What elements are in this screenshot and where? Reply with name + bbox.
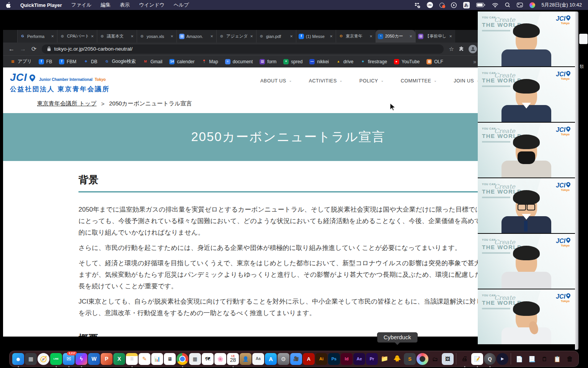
back-button[interactable]: ← (8, 46, 15, 52)
video-tile-man-black-mask[interactable]: YOU CANCreateTHE WORLDJCITokyo (478, 123, 575, 178)
tab-close-icon[interactable]: ✕ (209, 34, 214, 39)
bookmark-item[interactable]: ★firestrage (357, 58, 390, 66)
tab-close-icon[interactable]: ✕ (289, 34, 294, 39)
dock-icon-indesign[interactable]: Id (341, 353, 353, 365)
ime-badge[interactable]: あ (463, 2, 470, 8)
browser-tab[interactable]: O東京青年✕ (336, 30, 376, 43)
video-tile-man-white-shirt-hand-on-chin[interactable]: YOU CANCreateTHE WORLDJCITokyo (478, 289, 575, 345)
tab-close-icon[interactable]: ✕ (329, 34, 333, 39)
browser-tab[interactable]: ◍議案本文✕ (97, 30, 137, 43)
bookmark-item[interactable]: +spred (280, 58, 305, 66)
dock-icon-printer[interactable]: 🖨 (459, 353, 470, 365)
browser-tab[interactable]: ◍アジェンダ✕ (216, 30, 256, 43)
site-logo[interactable]: JCI Junior Chamber International Tokyo 公… (10, 72, 110, 94)
dock-icon-chrome[interactable] (176, 353, 188, 365)
video-tile-man-navy-polo[interactable]: YOU CANCreateTHE WORLDJCITokyo (478, 12, 575, 67)
dock-icon-maps[interactable]: 🗺 (202, 353, 214, 365)
dock-icon-screens-preview[interactable]: 🖼 (442, 353, 454, 365)
profile-avatar[interactable] (469, 45, 477, 53)
dock-icon-mail[interactable]: ✉2,217 (63, 353, 75, 365)
nav-item-about-us[interactable]: ABOUT US⌄ (260, 78, 292, 84)
video-tile-man-light-shirt[interactable]: YOU CANCreateTHE WORLDJCITokyo (478, 234, 575, 289)
bookmark-item[interactable]: 📍Map (198, 58, 221, 66)
video-tile-man-suit-looking-down[interactable]: YOU CANCreateTHE WORLDJCITokyo (478, 67, 575, 123)
browser-tab[interactable]: ◍gian.pdf✕ (256, 30, 296, 43)
dock-icon-sublime-text[interactable]: S (404, 353, 416, 365)
dock-icon-safari[interactable]: 🧭 (38, 353, 49, 365)
bookmark-item[interactable]: GGoogle検索 (101, 57, 139, 66)
menubar-menu-1[interactable]: 編集 (101, 2, 111, 8)
dock-icon-after-effects[interactable]: Ae (353, 353, 365, 365)
nav-item-activities[interactable]: ACTIVITIES⌄ (309, 78, 343, 84)
bookmark-item[interactable]: ≡document (222, 58, 256, 66)
dock-icon-notes[interactable]: ≣ (126, 353, 138, 365)
assistant-icon[interactable] (529, 2, 535, 8)
menubar-menu-2[interactable]: 表示 (120, 2, 130, 8)
menubar-clock[interactable]: 5月28日(金) 10:42 (542, 2, 582, 8)
dock-icon-play-app[interactable]: ▶ (497, 353, 508, 365)
apple-menu-icon[interactable] (6, 2, 11, 8)
browser-tab[interactable]: ◍CPA/パート✕ (57, 30, 97, 43)
tab-close-icon[interactable]: ✕ (170, 34, 174, 39)
browser-tab[interactable]: ◍yosan.xls✕ (137, 30, 176, 43)
browser-tab[interactable]: GPerforma✕ (17, 30, 57, 43)
tab-close-icon[interactable]: ✕ (448, 34, 453, 39)
bookmark-item[interactable]: ▤form (256, 58, 279, 66)
screen-record-icon[interactable] (439, 3, 444, 8)
dock-icon-cyberduck[interactable]: 🐥 (391, 353, 403, 365)
browser-tab[interactable]: ◔2050カー✕ (376, 30, 415, 43)
tab-close-icon[interactable]: ✕ (369, 34, 373, 39)
dock-icon-microsoft-folder[interactable]: 📁 (379, 353, 390, 365)
tab-close-icon[interactable]: ✕ (249, 34, 254, 39)
dock-icon-contacts[interactable]: 👤 (240, 353, 252, 365)
bookmark-item[interactable]: 14calender (166, 58, 198, 66)
forward-button[interactable]: → (20, 46, 26, 52)
menubar-menu-0[interactable]: ファイル (71, 2, 91, 8)
dock-icon-finder[interactable]: ☻ (12, 353, 24, 365)
dock-icon-powerpoint[interactable]: P (101, 353, 113, 365)
dock-icon-file-dark[interactable]: 🗒 (539, 353, 550, 365)
dock-icon-launchpad[interactable]: ▦ (25, 353, 37, 365)
dock-icon-dictionary[interactable]: Aa (252, 353, 264, 365)
dock-icon-app-store[interactable]: A (265, 353, 277, 365)
menubar-menu-3[interactable]: ウインドウ (139, 2, 165, 8)
browser-tab[interactable]: ▤Amazon.✕ (176, 30, 216, 43)
battery-icon[interactable] (476, 3, 485, 7)
extensions-puzzle-icon[interactable] (459, 46, 464, 52)
dock-icon-illustrator[interactable]: Ai (315, 353, 327, 365)
wifi-icon[interactable] (492, 3, 498, 8)
bookmark-item[interactable]: MGmail (140, 58, 165, 66)
play-circle-icon[interactable] (451, 2, 457, 8)
bookmark-item[interactable]: fFBM (56, 58, 79, 66)
dock-icon-numbers[interactable]: 📊 (151, 353, 163, 365)
tab-close-icon[interactable]: ✕ (50, 34, 55, 39)
menubar-app-name[interactable]: QuickTime Player (20, 2, 62, 8)
bookmark-item[interactable]: ▦OLF (423, 58, 446, 66)
bookmark-item[interactable]: ▸YouTube (391, 58, 423, 66)
dock-icon-zoom[interactable]: 🎥 (290, 353, 302, 365)
bookmark-item[interactable]: ―nikkei (306, 58, 332, 66)
tab-close-icon[interactable]: ✕ (408, 34, 413, 39)
nav-item-join-us[interactable]: JOIN US⌄ (454, 78, 480, 84)
dock-icon-textedit[interactable]: 📝 (471, 353, 483, 365)
bookmark-item[interactable]: fFB (36, 58, 55, 66)
dock-icon-file-docx[interactable]: 📄 (513, 353, 525, 365)
dock-icon-excel[interactable]: X (113, 353, 125, 365)
dock-icon-file-memo[interactable]: 📋 (551, 353, 563, 365)
dock-icon-line[interactable]: LINE (50, 353, 62, 365)
dock-icon-system-preferences[interactable]: ⚙ (278, 353, 289, 365)
control-center-icon[interactable] (517, 3, 523, 7)
dock-icon-pages[interactable]: ✎ (139, 353, 150, 365)
menubar-menu-4[interactable]: ヘルプ (174, 2, 189, 8)
dock-icon-photos[interactable]: 🌸 (214, 353, 226, 365)
dock-icon-premiere[interactable]: Pr (366, 353, 378, 365)
bookmark-item[interactable]: ❖DB (80, 58, 101, 66)
spotlight-search-icon[interactable] (505, 2, 510, 8)
dropbox-sync-icon[interactable] (414, 2, 420, 8)
dock-icon-file-notes[interactable]: 📃 (526, 353, 538, 365)
dock-icon-calendar[interactable]: 5月28 (227, 353, 239, 365)
dock-icon-word[interactable]: W (88, 353, 100, 365)
nav-item-policy[interactable]: POLICY⌄ (359, 78, 384, 84)
address-bar[interactable]: tokyo-jc.or.jp/2050-carbon-neutral/ (42, 44, 443, 54)
dock-icon-quicktime[interactable]: Q (484, 353, 496, 365)
